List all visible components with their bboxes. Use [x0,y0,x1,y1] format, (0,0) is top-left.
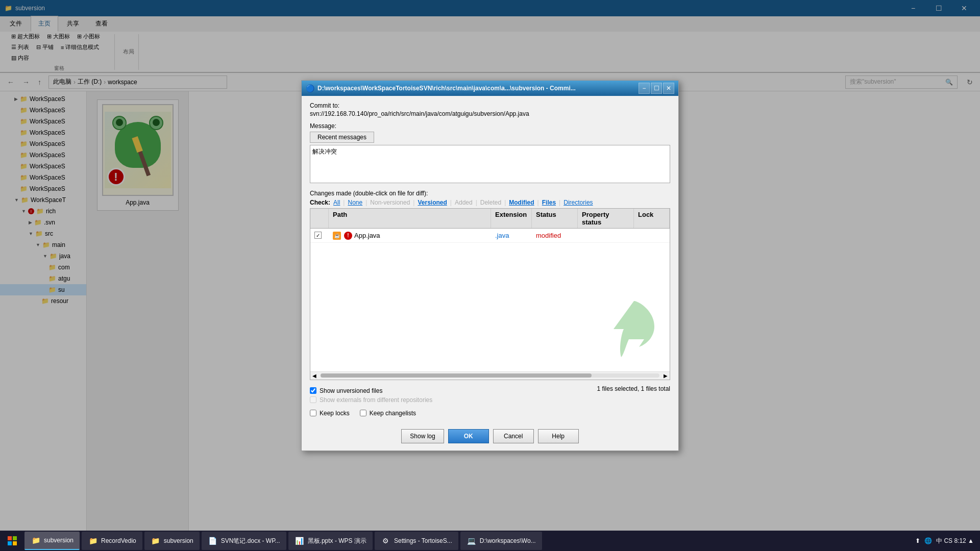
message-label: Message: [310,122,670,130]
file-ext-cell: .java [491,231,532,240]
show-log-button[interactable]: Show log [401,429,444,443]
scroll-thumb[interactable] [321,373,592,378]
changes-label: Changes made (double-click on file for d… [310,190,670,197]
keep-options: Keep locks Keep changelists [310,409,670,418]
taskbar-folder-icon-1: 📁 [31,535,41,545]
file-checkbox-cell[interactable]: ✓ [310,231,329,240]
taskbar-svnnotes[interactable]: 📄 SVN笔记.docx - WP... [202,532,286,550]
file-checkbox[interactable]: ✓ [314,232,322,239]
dialog-title-bar: 🔵 D:\workspaces\WorkSpaceTortoiseSVN\ric… [302,81,678,96]
dialog-overlay: 🔵 D:\workspaces\WorkSpaceTortoiseSVN\ric… [0,0,980,531]
start-button[interactable] [2,532,22,550]
header-lock[interactable]: Lock [634,209,670,228]
taskbar-label-6: Settings - TortoiseS... [394,537,452,544]
dialog-body: Commit to: svn://192.168.70.140/pro_oa/r… [302,96,678,424]
file-status-cell: modified [532,231,578,240]
show-externals-row: Show externals from different repositori… [310,395,432,405]
message-input[interactable]: 解决冲突 [310,145,670,183]
taskbar-doc-icon: 📄 [208,536,218,546]
scroll-left-arrow[interactable]: ◀ [310,373,318,379]
horizontal-scrollbar[interactable]: ◀ ▶ [310,371,670,380]
changes-section: Changes made (double-click on file for d… [310,190,670,407]
taskbar-label-4: SVN笔记.docx - WP... [221,537,280,545]
dialog-buttons: Show log OK Cancel Help [302,424,678,450]
svg-rect-1 [13,536,17,540]
show-externals-checkbox [310,396,316,403]
dialog-maximize-btn[interactable]: ☐ [651,83,662,94]
dialog-icon: 🔵 [306,84,314,92]
file-lock-cell [634,234,670,236]
keep-changelists-label[interactable]: Keep changelists [370,410,416,417]
file-name: App.java [354,232,380,239]
header-path[interactable]: Path [329,209,491,228]
keep-locks-checkbox[interactable] [310,410,316,416]
bottom-options: Show unversioned files Show externals fr… [310,383,432,407]
taskbar-label-3: subversion [164,537,193,544]
commit-to-label: Commit to: [310,102,670,109]
filter-none[interactable]: None [348,199,362,206]
scroll-track[interactable] [321,373,659,378]
header-property-status[interactable]: Property status [578,209,634,228]
keep-locks-row: Keep locks [310,409,350,418]
taskbar-ppt-icon: 📊 [295,536,305,546]
help-button[interactable]: Help [538,429,579,443]
taskbar-arrow-up[interactable]: ⬆ [915,537,920,544]
table-row: ✓ ☕ ! App.java .java [310,229,670,243]
header-extension[interactable]: Extension [491,209,532,228]
file-count: 1 files selected, 1 files total [597,383,670,394]
taskbar-label-7: D:\workspaces\Wo... [480,537,536,544]
file-extension: .java [495,232,509,239]
filter-files[interactable]: Files [542,199,556,206]
taskbar-subversion-2[interactable]: 📁 subversion [144,532,200,550]
taskbar-blackboard[interactable]: 📊 黑板.pptx - WPS 演示 [288,532,373,550]
filter-deleted: Deleted [480,199,501,206]
taskbar-workspaces[interactable]: 💻 D:\workspaces\Wo... [460,532,542,550]
taskbar-folder-icon-2: 📁 [88,536,98,546]
keep-changelists-row: Keep changelists [360,409,416,418]
java-file-icon: ☕ [333,232,341,240]
recent-messages-button[interactable]: Recent messages [310,132,374,143]
header-status[interactable]: Status [532,209,578,228]
show-externals-label: Show externals from different repositori… [320,396,432,404]
file-status: modified [536,232,561,239]
dialog-close-btn[interactable]: ✕ [663,83,674,94]
header-check [310,209,329,228]
taskbar-subversion-1[interactable]: 📁 subversion [24,532,80,550]
commit-dialog: 🔵 D:\workspaces\WorkSpaceTortoiseSVN\ric… [301,80,679,451]
filter-non-versioned: Non-versioned [370,199,410,206]
taskbar-label-2: RecordVedio [101,537,136,544]
cancel-button[interactable]: Cancel [493,429,534,443]
taskbar-network-icon[interactable]: 🌐 [924,537,932,544]
file-path-cell[interactable]: ☕ ! App.java [329,230,491,241]
taskbar-computer-icon: 💻 [467,536,477,546]
filter-directories[interactable]: Directories [564,199,593,206]
dialog-title-text: D:\workspaces\WorkSpaceTortoiseSVN\rich\… [317,85,639,92]
taskbar-system-tray: ⬆ 🌐 中 CS 8:12 ▲ [915,537,978,545]
taskbar-settings-icon: ⚙ [381,536,391,546]
show-unversioned-checkbox[interactable] [310,387,316,394]
filter-modified[interactable]: Modified [509,199,534,206]
dialog-minimize-btn[interactable]: − [639,83,650,94]
file-table-body: ✓ ☕ ! App.java .java [310,229,670,371]
taskbar-clock: 中 CS 8:12 ▲ [936,537,974,545]
filter-versioned[interactable]: Versioned [418,199,447,206]
taskbar: 📁 subversion 📁 RecordVedio 📁 subversion … [0,531,980,551]
filter-added: Added [455,199,473,206]
ok-button[interactable]: OK [448,429,489,443]
check-label: Check: [310,199,330,206]
commit-url: svn://192.168.70.140/pro_oa/rich/src/mai… [310,110,670,117]
taskbar-label-5: 黑板.pptx - WPS 演示 [308,537,366,545]
taskbar-folder-icon-3: 📁 [151,536,161,546]
show-unversioned-label[interactable]: Show unversioned files [320,387,382,394]
filter-all[interactable]: All [333,199,340,206]
taskbar-settings[interactable]: ⚙ Settings - TortoiseS... [375,532,458,550]
svg-rect-3 [13,541,17,545]
svg-rect-2 [8,541,12,545]
filter-bar: Check: All | None | Non-versioned | Vers… [310,199,670,206]
taskbar-label-1: subversion [44,537,74,544]
scroll-right-arrow[interactable]: ▶ [662,373,670,379]
keep-locks-label[interactable]: Keep locks [320,410,350,417]
keep-changelists-checkbox[interactable] [360,410,366,416]
taskbar-recordvedio[interactable]: 📁 RecordVedio [82,532,142,550]
show-unversioned-row: Show unversioned files [310,386,432,395]
